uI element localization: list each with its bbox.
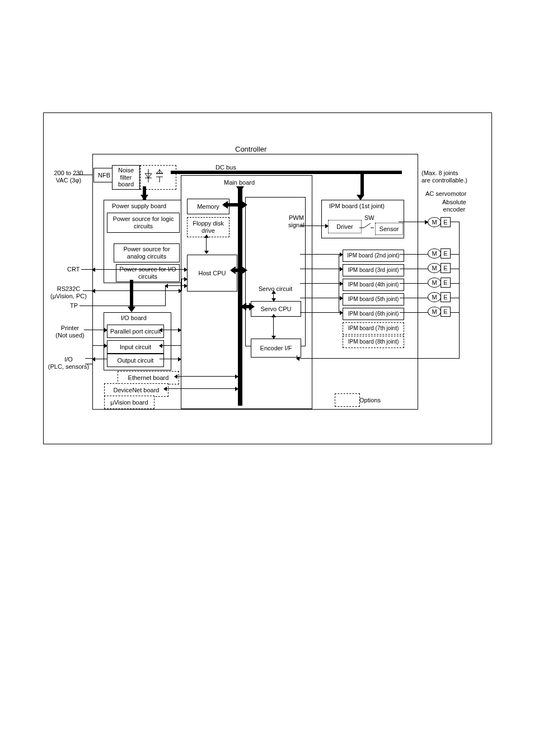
io-board-title: I/O board (121, 314, 147, 322)
parallel-to-bus (160, 330, 181, 330)
input-rs232c: RS232C (μVision, PC) (48, 285, 90, 299)
rs232c-bend (181, 279, 182, 291)
tp-enter (165, 285, 187, 286)
ps-logic-label: Power source for logic circuits (110, 215, 177, 229)
servo-cpu-box: Servo CPU (251, 301, 301, 317)
nfb-label: NFB (98, 172, 110, 179)
e1-join (450, 222, 459, 222)
abs-encoder-note: Absolute encoder (442, 199, 466, 213)
dnet-to-bus (164, 388, 238, 389)
rs232c-to-host (92, 290, 181, 291)
bus-servocpu-r (249, 303, 255, 311)
input-circuit-label: Input circuit (120, 344, 151, 351)
ipm7-label: IPM board (7th joint) (348, 325, 399, 332)
ipm5-box: IPM board (5th joint) (343, 293, 404, 306)
memory-label: Memory (197, 203, 219, 210)
encoder-bus-v (459, 222, 460, 359)
output-circuit-box: Output circuit (107, 354, 164, 367)
bus-v1-head-top (236, 186, 244, 192)
line-printer (84, 330, 92, 330)
bus-host-l (230, 266, 236, 274)
motor-icon: M (428, 217, 441, 227)
ps-to-ioboard-head (128, 307, 135, 312)
rectifier-icon (143, 167, 168, 185)
encoder-icon: E (441, 278, 451, 288)
ipm5-to-m (400, 298, 428, 298)
ipm6-to-m (400, 312, 428, 313)
ps-to-ioboard (130, 280, 133, 308)
encoder-icon: E (441, 292, 451, 302)
servo-to-ipm3 (300, 269, 343, 269)
ipm4-to-m (400, 283, 428, 284)
me-5: ME (428, 292, 451, 302)
line-power-in (73, 175, 92, 175)
ipm8-box: IPM board (8th joint) (343, 336, 404, 348)
tp-bend (165, 285, 166, 306)
host-cpu-label: Host CPU (199, 270, 226, 277)
motor-icon: M (428, 307, 441, 317)
ipm7-box: IPM board (7th joint) (343, 322, 404, 335)
bus-servocpu-l (241, 303, 246, 311)
pwm-label: PWM signal (288, 214, 305, 228)
bus-mem-l (222, 201, 228, 209)
servo-fanout (339, 254, 339, 313)
ipm1-to-m (399, 222, 428, 222)
bus-h1-head-to-ipm (357, 195, 364, 200)
output-circuit-label: Output circuit (118, 357, 154, 364)
options-key-label: Options (359, 397, 381, 404)
ps-analog: Power source for analog circuits (114, 243, 180, 262)
controller-title: Controller (235, 145, 266, 154)
ipm2-label: IPM board (2nd joint) (347, 252, 399, 259)
input-printer: Printer (Not used) (53, 325, 87, 339)
max-joints-note: (Max. 8 joints are controllable.) (421, 170, 467, 184)
pwm-to-ipm1 (300, 226, 328, 226)
main-board-title: Main board (224, 179, 255, 186)
rs232c-enter (181, 279, 187, 279)
me-1: ME (428, 217, 451, 227)
encoder-if-label: Encoder I/F (260, 345, 292, 352)
encoder-icon: E (441, 307, 451, 317)
servo-to-ipm6 (300, 312, 343, 313)
bus-host-r (242, 266, 247, 274)
me-2: ME (428, 248, 451, 259)
sensor-label: Sensor (380, 226, 399, 233)
servomotor-note: AC servomotor (425, 190, 466, 198)
e5-join (450, 298, 459, 298)
servocpu-to-servocircuit (273, 291, 274, 301)
servocpu-to-encoder (273, 314, 274, 339)
sw-icon (358, 222, 375, 233)
encoder-icon: E (441, 263, 451, 273)
bus-mem-r (242, 201, 247, 209)
input-power: 200 to 230 VAC (3φ) (48, 170, 90, 184)
ipm2-to-m (400, 254, 428, 255)
inputcircuit-in (92, 345, 107, 346)
input-to-bus (160, 345, 181, 346)
me-6: ME (428, 307, 451, 317)
power-supply-title: Power supply board (112, 203, 166, 210)
devicenet-label: DeviceNet board (114, 387, 160, 394)
driver-box: Driver (328, 220, 362, 233)
line-rs232c (83, 290, 92, 291)
ipm1-title: IPM board (1st joint) (329, 203, 385, 210)
servo-to-ipm2 (300, 254, 343, 255)
ipm2-box: IPM board (2nd joint) (343, 250, 404, 262)
driver-label: Driver (336, 223, 353, 231)
floppy-to-host (206, 235, 207, 253)
sensor-box: Sensor (375, 223, 403, 235)
crt-to-host (92, 269, 187, 270)
parallel-port-box: Parallel port circuit (107, 325, 164, 338)
printer-to-parallel (92, 330, 107, 330)
ps-logic: Power source for logic circuits (107, 213, 180, 233)
uvision-box: μVision board (104, 396, 154, 409)
input-tp: TP (70, 302, 78, 309)
encoder-if-box: Encoder I/F (251, 339, 301, 358)
noise-filter-box: Noise filter board (112, 165, 140, 190)
line-crt (81, 269, 92, 270)
e6-join (450, 312, 459, 313)
diagram-page: Controller 200 to 230 VAC (3φ) CRT RS232… (0, 0, 534, 756)
servo-cpu-label: Servo CPU (260, 306, 291, 313)
e3-join (450, 269, 459, 269)
motor-icon: M (428, 278, 441, 288)
ps-io-label: Power source for I/O circuits (119, 266, 177, 280)
ipm3-to-m (400, 269, 428, 269)
